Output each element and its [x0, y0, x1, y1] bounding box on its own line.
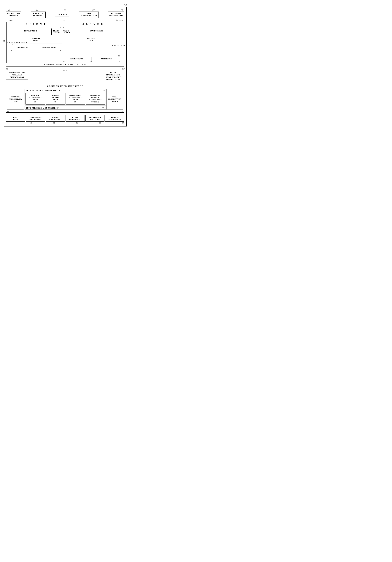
user-admin-box: USERADMINISTRATION [79, 12, 99, 18]
process-mgmt-section: PROCESS MANAGEMENT TOOLS 62 QUALITYMANAG… [24, 89, 106, 105]
client-transaction-box: TRANS—ACTION [52, 28, 62, 35]
ref-44: 44→ [3, 40, 7, 42]
process-mgmt-label: PROCESS MANAGEMENT TOOLS [26, 90, 60, 92]
client-label: C L I E N T [10, 22, 62, 26]
server-top-row: TRANS—ACTION ENVIRONMENT [62, 28, 121, 35]
ref-56: 56 [63, 19, 65, 21]
client-business-ref: 58 [10, 44, 62, 46]
event-mgmt-box: EVENTMANAGEMENT [66, 115, 85, 122]
cui-inner: PERSONALPRODUCTIVITYTOOLS PROCESS MANAGE… [6, 88, 124, 110]
production-control-box: PRODUCTIONCONTROL [6, 12, 21, 18]
monitoring-box: MONITORINGAND TUNING [85, 115, 105, 122]
server-bottom-row: COMMUNICATION INFORMATION [62, 57, 121, 61]
info-mgmt-bar: INFORMATION MANAGEMENT 76 [24, 106, 106, 110]
presentation-column: PRESENTATION [6, 22, 10, 63]
bottom-refs-row: 104 88 92 94 96 90 [6, 122, 124, 124]
ref-64: 64 [7, 110, 9, 112]
ref-76: 76 [102, 107, 104, 109]
quality-mgmt-box: QUALITYMANAGEMENTTOOLS66 [25, 93, 45, 105]
ref-100: 100 [92, 9, 95, 11]
server-information-box: INFORMATION [92, 57, 121, 61]
help-desk-box: HELPDESK [6, 115, 25, 122]
ref-80: 80 [121, 9, 123, 11]
ref-98: 98 [64, 9, 66, 11]
server-business-ref: 58 [62, 55, 121, 57]
ref-84: 84/ [122, 68, 124, 70]
license-mgmt-box: LICENSEMANAGEMENT [105, 115, 124, 122]
client-env-ref: 54 [59, 26, 61, 28]
ref-102: 102 [7, 9, 10, 11]
ref-46-right: 46 [118, 61, 120, 63]
client-information-box: INFORMATION [10, 46, 36, 49]
top-boxes-row: PRODUCTIONCONTROL CAPACITYPLANNING SECUR… [6, 12, 124, 18]
ref-88: 88 [30, 122, 32, 124]
server-environment-box: ENVIRONMENT [72, 28, 121, 35]
personal-productivity-box: PERSONALPRODUCTIVITYTOOLS [7, 89, 24, 110]
ref-86: 86 [36, 9, 38, 11]
basic-services-column: BASIC SERVICES [121, 28, 124, 63]
ref-74: 74 [121, 110, 123, 112]
system-building-box: SYSTEMBUILDINGTOOLS68 [46, 93, 65, 105]
ref-62: 62 [103, 90, 104, 92]
ref-94: 94 [76, 122, 78, 124]
common-ui-section: COMMON USER INTERFACE PERSONALPRODUCTIVI… [6, 84, 124, 113]
ref-46-left: 46 [11, 50, 12, 52]
client-top-row: ENVIRONMENT TRANS—ACTION [10, 28, 62, 35]
config-asset-box: CONFIGURATIONAND ASSETMANAGEMENT [6, 70, 28, 80]
dashed-separator-2 [6, 114, 124, 114]
ref-82: /82 [6, 68, 8, 70]
info-mgmt-label: INFORMATION MANAGEMENT [26, 107, 59, 109]
server-env-ref: 54 [63, 26, 64, 28]
server-communication-box: COMMUNICATION [62, 57, 92, 61]
server-label: S E R V E R [62, 22, 124, 26]
cui-middle: PROCESS MANAGEMENT TOOLS 62 QUALITYMANAG… [24, 88, 106, 110]
common-ui-label: COMMON USER INTERFACE [6, 84, 124, 88]
communication-fabric: COMMUNICATION FABRIC ← 50 48 46 [6, 63, 124, 67]
remote-mgmt-box: REMOTEMANAGEMENT [46, 115, 65, 122]
team-productivity-box: TEAMPRODUCTIVITYTOOLS [106, 89, 123, 110]
client-communication-box: COMMUNICATION [36, 46, 62, 49]
ref-104: 104 [7, 122, 9, 124]
ref-90: 90 [122, 122, 124, 124]
bottom-boxes-row: HELPDESK PERFORMANCEMANAGEMENT REMOTEMAN… [6, 115, 124, 122]
server-content: TRANS—ACTION ENVIRONMENT BUSINESSLOGIC 5… [62, 28, 124, 63]
ref-96: 96 [99, 122, 101, 124]
tools-row: QUALITYMANAGEMENTTOOLS66 SYSTEMBUILDINGT… [25, 92, 106, 105]
ref-50: 50 [91, 61, 92, 63]
client-environment-box: ENVIRONMENT [10, 28, 52, 35]
server-middle-area: S E R V E R 54 TRANS—ACTION ENVIRONMENT [62, 22, 124, 63]
ref-48-left: 48 [59, 50, 61, 52]
main-arch: 44→ {40 PRESENTATION C L I E N T 54 ENVI… [6, 22, 124, 67]
fault-mgmt-box: FAULTMANAGEMENTAND RECOVERYMANAGEMENT [102, 70, 124, 82]
program-project-box: PROGRAM &PROJECTMANAGEMENTTOOLS 72 [86, 93, 105, 105]
perf-mgmt-box: PERFORMANCEMANAGEMENT [26, 115, 45, 122]
server-transaction-box: TRANS—ACTION [62, 28, 72, 35]
ref-92: 92 [53, 122, 55, 124]
env-mgmt-box: ENVIRONMENTMANAGEMENTTOOLS70 [66, 93, 85, 105]
client-bottom-row: INFORMATION COMMUNICATION [10, 46, 62, 49]
capacity-planning-box: CAPACITYPLANNING [31, 12, 46, 18]
ref-40: {40 [125, 40, 127, 42]
ref-16-18-20: ⤴16,18,20 [116, 19, 123, 21]
ref-42-60: 42 60 [63, 70, 67, 72]
outer-boxes-row: /82 CONFIGURATIONAND ASSETMANAGEMENT 42 … [6, 68, 124, 82]
ref-14-34: 14,34⤵ [8, 19, 12, 21]
ref-48-right: 48 [63, 61, 64, 63]
software-dist-box: SOFTWAREDISTRIBUTION [108, 12, 124, 18]
security-box: SECURITY [55, 13, 70, 17]
